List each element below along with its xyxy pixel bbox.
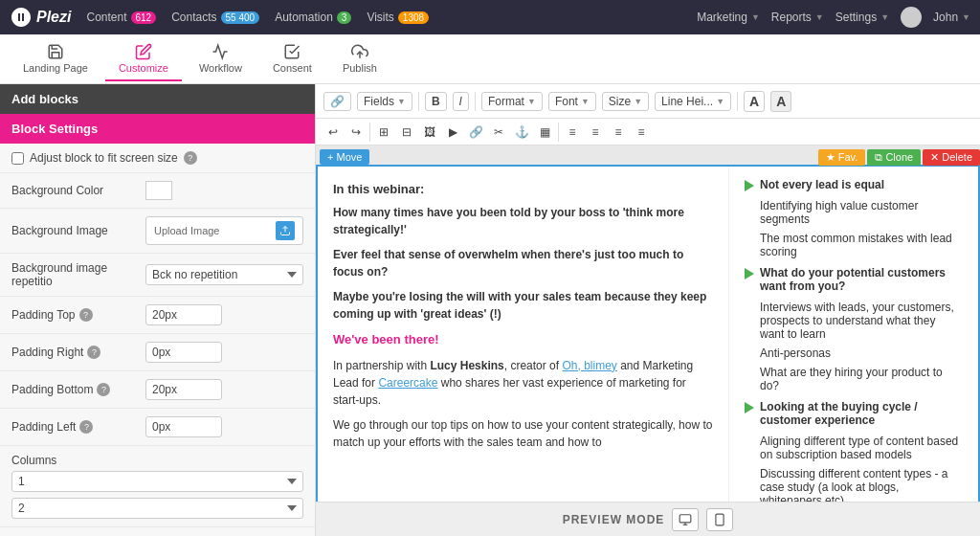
anchor-icon[interactable]: ⚓ xyxy=(512,123,531,142)
adjust-help-icon[interactable]: ? xyxy=(184,151,197,165)
content-block: In this webinar: How many times have you… xyxy=(316,165,980,502)
move-button[interactable]: + Move xyxy=(320,149,369,165)
nav-content[interactable]: Content 612 xyxy=(86,11,156,24)
triangle-icon-3 xyxy=(745,402,754,413)
background-repetition-select[interactable]: Bck no repetition xyxy=(145,264,303,285)
format-dropdown[interactable]: Format ▼ xyxy=(481,92,543,111)
nav-visits[interactable]: Visits 1308 xyxy=(367,11,429,24)
separator4 xyxy=(369,123,370,142)
bold-button[interactable]: B xyxy=(425,92,447,111)
para-tips: We go through our top tips on how to use… xyxy=(333,416,713,451)
upload-icon xyxy=(276,221,295,240)
tab-customize[interactable]: Customize xyxy=(105,37,182,81)
nav-user[interactable]: John ▼ xyxy=(933,11,970,24)
italic-button[interactable]: I xyxy=(453,92,469,111)
align-left-icon[interactable]: ≡ xyxy=(563,123,582,142)
undo-icon[interactable]: ↩ xyxy=(323,123,343,142)
outdent-icon[interactable]: ⊟ xyxy=(397,123,416,142)
careercake-link[interactable]: Careercake xyxy=(378,376,437,390)
background-color-swatch[interactable] xyxy=(145,181,172,200)
padding-right-help-icon[interactable]: ? xyxy=(87,346,100,359)
webinar-title: In this webinar: xyxy=(333,182,713,196)
redo-icon[interactable]: ↪ xyxy=(346,123,366,142)
font-dropdown[interactable]: Font ▼ xyxy=(548,92,596,111)
preview-desktop-button[interactable] xyxy=(672,508,699,531)
align-center-icon[interactable]: ≡ xyxy=(586,123,605,142)
point-2: What do your potential customers want fr… xyxy=(745,266,963,293)
padding-top-input[interactable] xyxy=(145,304,222,325)
block-settings-header: Block Settings xyxy=(0,114,315,144)
padding-top-help-icon[interactable]: ? xyxy=(79,308,93,322)
left-panel: Add blocks Block Settings Adjust block t… xyxy=(0,84,316,536)
font-bg-button[interactable]: A xyxy=(770,91,791,112)
tab-publish[interactable]: Publish xyxy=(329,37,390,81)
padding-left-label: Padding Left ? xyxy=(11,420,145,434)
main-layout: Add blocks Block Settings Adjust block t… xyxy=(0,84,980,536)
nav-contacts[interactable]: Contacts 55 400 xyxy=(171,11,259,24)
editor-toolbar-row2: ↩ ↪ ⊞ ⊟ 🖼 ▶ 🔗 ✂ ⚓ ▦ ≡ ≡ ≡ ≡ xyxy=(316,119,980,145)
point-sub-3a: Aligning different type of content based… xyxy=(745,435,963,461)
padding-right-input[interactable] xyxy=(145,342,222,363)
padding-left-input[interactable] xyxy=(145,416,222,437)
para-partner: In partnership with Lucy Heskins, creato… xyxy=(333,357,713,409)
background-color-row: Background Color xyxy=(0,173,315,209)
font-color-button[interactable]: A xyxy=(744,91,765,112)
fav-button[interactable]: ★ Fav. xyxy=(818,149,866,166)
para-highlight: We've been there! xyxy=(333,330,713,349)
logo[interactable]: Plezi xyxy=(10,6,71,29)
adjust-screen-size-row: Adjust block to fit screen size ? xyxy=(0,144,315,173)
top-navigation: Plezi Content 612 Contacts 55 400 Automa… xyxy=(0,0,980,34)
unlink-icon[interactable]: ✂ xyxy=(489,123,508,142)
triangle-icon-2 xyxy=(745,268,754,279)
indent-icon[interactable]: ⊞ xyxy=(374,123,393,142)
nav-reports[interactable]: Reports ▼ xyxy=(771,11,824,24)
columns-sub-select[interactable]: 2 xyxy=(11,498,303,519)
oh-blimey-link[interactable]: Oh, blimey xyxy=(562,359,616,372)
fields-dropdown[interactable]: Fields ▼ xyxy=(357,92,412,111)
point-sub-1b: The most common mistakes with lead scori… xyxy=(745,232,963,258)
padding-bottom-input[interactable] xyxy=(145,379,222,400)
tab-consent[interactable]: Consent xyxy=(259,37,325,81)
avatar xyxy=(901,7,922,28)
nav-settings[interactable]: Settings ▼ xyxy=(835,11,889,24)
padding-top-label: Padding Top ? xyxy=(11,308,145,322)
video-icon[interactable]: ▶ xyxy=(443,123,462,142)
point-text-1: Not every lead is equal xyxy=(760,178,884,191)
preview-bar: PREVIEW MODE xyxy=(316,502,980,536)
automation-badge: 3 xyxy=(337,11,352,24)
content-badge: 612 xyxy=(131,11,157,24)
para-2: Ever feel that sense of overwhelm when t… xyxy=(333,246,713,280)
justify-icon[interactable]: ≡ xyxy=(632,123,651,142)
background-image-row: Background Image Upload Image xyxy=(0,209,315,254)
image-icon[interactable]: 🖼 xyxy=(420,123,439,142)
editor-toolbar-row1: 🔗 Fields ▼ B I Format ▼ Font ▼ Size ▼ Li… xyxy=(316,84,980,119)
columns-row: Columns 1 2 xyxy=(0,446,315,527)
clone-button[interactable]: ⧉ Clone xyxy=(867,149,921,166)
delete-button[interactable]: ✕ Delete xyxy=(923,149,980,166)
para-3: Maybe you're losing the will with your s… xyxy=(333,288,713,323)
nav-marketing[interactable]: Marketing ▼ xyxy=(697,11,760,24)
tab-workflow[interactable]: Workflow xyxy=(186,37,256,81)
nav-automation[interactable]: Automation 3 xyxy=(275,11,351,24)
canvas-area: + Move ★ Fav. ⧉ Clone ✕ Delete xyxy=(316,145,980,502)
align-right-icon[interactable]: ≡ xyxy=(609,123,628,142)
right-area: 🔗 Fields ▼ B I Format ▼ Font ▼ Size ▼ Li… xyxy=(316,84,980,536)
preview-label: PREVIEW MODE xyxy=(563,513,665,526)
upload-image-button[interactable]: Upload Image xyxy=(145,216,303,245)
adjust-screen-checkbox[interactable] xyxy=(11,152,24,165)
tab-landing-page[interactable]: Landing Page xyxy=(10,37,101,81)
padding-bottom-help-icon[interactable]: ? xyxy=(97,383,110,396)
preview-mobile-button[interactable] xyxy=(706,508,733,531)
triangle-icon-1 xyxy=(745,180,754,191)
padding-right-label: Padding Right ? xyxy=(11,346,145,359)
link-icon[interactable]: 🔗 xyxy=(466,123,485,142)
point-3: Looking at the buying cycle / customer e… xyxy=(745,400,963,427)
separator1 xyxy=(418,92,419,111)
content-block-left: In this webinar: How many times have you… xyxy=(318,167,729,502)
line-height-dropdown[interactable]: Line Hei... ▼ xyxy=(655,92,731,111)
padding-left-help-icon[interactable]: ? xyxy=(79,420,93,434)
table-icon[interactable]: ▦ xyxy=(535,123,554,142)
link-button[interactable]: 🔗 xyxy=(323,92,351,111)
size-dropdown[interactable]: Size ▼ xyxy=(602,92,649,111)
columns-select[interactable]: 1 xyxy=(11,471,303,492)
